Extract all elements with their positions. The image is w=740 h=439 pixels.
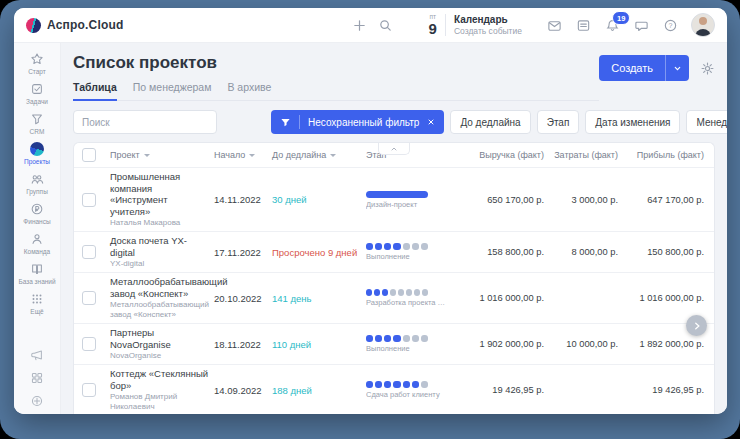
global-search-button[interactable] (378, 17, 394, 33)
sidebar-item-tasks[interactable]: Задачи (15, 78, 59, 108)
sidebar-item-label: Финансы (23, 218, 50, 225)
divider (445, 14, 446, 36)
stage-segment (403, 335, 410, 342)
row-checkbox[interactable] (82, 291, 96, 305)
revenue-cell: 1 902 000,00 р. (464, 339, 544, 349)
sidebar-item-start[interactable]: Старт (15, 48, 59, 78)
sidebar: СтартЗадачиCRMПроектыГруппыФинансыКоманд… (14, 43, 61, 414)
sidebar-item-label: Команда (24, 248, 50, 255)
table-body: Промышленная компания «Инструмент учител… (74, 167, 714, 414)
column-header[interactable]: До дедлайна (272, 150, 362, 160)
notes-button[interactable] (575, 17, 591, 33)
sort-caret-icon (330, 154, 336, 157)
calendar-widget[interactable]: пт 9 Календарь Создать событие (429, 14, 522, 36)
project-cell: Металлообрабатывающий завод «Конспект»Ме… (110, 276, 210, 320)
tab-table[interactable]: Таблица (73, 81, 117, 101)
plus-icon (352, 17, 368, 33)
filter-deadline[interactable]: До дедлайна (450, 110, 530, 134)
stage-segment (421, 381, 428, 388)
stage-segment (398, 289, 404, 296)
stage-segment (374, 289, 380, 296)
page-actions: Создать (599, 55, 715, 81)
table-row[interactable]: Промышленная компания «Инструмент учител… (74, 167, 714, 231)
row-checkbox[interactable] (82, 337, 96, 351)
topbar-icons: 19 ? (546, 13, 715, 37)
create-dropdown[interactable] (665, 55, 689, 81)
page-settings-button[interactable] (699, 60, 715, 76)
sidebar-item-finance[interactable]: Финансы (15, 198, 59, 228)
row-checkbox[interactable] (82, 193, 96, 207)
column-header[interactable]: Начало (214, 150, 268, 160)
start-date: 17.11.2022 (214, 247, 268, 258)
profit-cell: 150 800,00 р. (622, 247, 704, 257)
stage-label: Разработка проекта 1 в... (366, 298, 448, 307)
row-checkbox[interactable] (82, 245, 96, 259)
apps-icon[interactable] (30, 371, 44, 385)
notifications-button[interactable]: 19 (604, 17, 620, 33)
stage-cell: Сдача работ клиенту (366, 381, 460, 399)
logo[interactable]: Аспро.Cloud (26, 18, 124, 33)
more-icon (30, 292, 44, 306)
sidebar-item-team[interactable]: Команда (15, 228, 59, 258)
sidebar-items: СтартЗадачиCRMПроектыГруппыФинансыКоманд… (15, 48, 59, 318)
collapse-table-button[interactable] (378, 143, 410, 155)
sidebar-bottom-icons (30, 348, 44, 408)
create-button[interactable]: Создать (599, 55, 689, 81)
tab-managers[interactable]: По менеджерам (133, 81, 212, 101)
stage-bar (366, 191, 428, 198)
table-row[interactable]: Коттедж «Стеклянный бор»Романов Дмитрий … (74, 364, 714, 414)
stage-label: Дизайн-проект (366, 200, 448, 209)
stage-bar (366, 243, 428, 250)
tab-archive[interactable]: В архиве (227, 81, 271, 101)
chip-close-icon[interactable] (427, 118, 435, 126)
stage-segment (412, 243, 419, 250)
projects-icon (30, 142, 44, 156)
header-checkbox[interactable] (82, 148, 96, 162)
user-avatar[interactable] (691, 13, 715, 37)
search-input[interactable] (73, 110, 217, 134)
deadline: 30 дней (272, 194, 362, 205)
help-icon: ? (663, 18, 678, 33)
funnel-icon (280, 117, 291, 128)
table-row[interactable]: Доска почета YX-digitalYX-digital17.11.2… (74, 231, 714, 272)
scroll-right-button[interactable] (686, 315, 707, 336)
filter-modified-date[interactable]: Дата изменения (585, 110, 680, 134)
costs-cell: 8 000,00 р. (548, 247, 618, 257)
row-checkbox[interactable] (82, 383, 96, 397)
filter-manager[interactable]: Менеджер (686, 110, 727, 134)
sidebar-item-knowledge[interactable]: База знаний (15, 258, 59, 288)
integrations-icon[interactable] (30, 394, 44, 408)
help-button[interactable]: ? (662, 17, 678, 33)
sidebar-item-more[interactable]: Ещё (15, 288, 59, 318)
table-row[interactable]: Партнеры NovaOrganiseNovaOrganise18.11.2… (74, 323, 714, 364)
sidebar-item-projects[interactable]: Проекты (15, 138, 59, 168)
filter-stage[interactable]: Этап (537, 110, 580, 134)
project-subtitle: YX-digital (110, 259, 210, 269)
sidebar-item-crm[interactable]: CRM (15, 108, 59, 138)
mail-button[interactable] (546, 17, 562, 33)
table-row[interactable]: Металлообрабатывающий завод «Конспект»Ме… (74, 272, 714, 323)
stage-segment (384, 335, 391, 342)
project-cell: Промышленная компания «Инструмент учител… (110, 171, 210, 228)
background-frame: Аспро.Cloud пт 9 Календарь (0, 0, 740, 439)
calendar-create-event[interactable]: Создать событие (454, 26, 522, 36)
profit-cell: 1 892 000,00 р. (622, 339, 704, 349)
chat-button[interactable] (633, 17, 649, 33)
promo-icon[interactable] (30, 348, 44, 362)
sidebar-item-groups[interactable]: Группы (15, 168, 59, 198)
stage-segment (403, 243, 410, 250)
calendar-title: Календарь (454, 14, 522, 26)
calendar-text: Календарь Создать событие (454, 14, 522, 36)
filter-chip[interactable]: Несохраненный фильтр (271, 110, 444, 134)
note-icon (576, 18, 591, 33)
project-title: Промышленная компания «Инструмент учител… (110, 171, 210, 217)
column-header[interactable]: Проект (110, 150, 210, 160)
sidebar-item-label: Старт (28, 68, 46, 75)
app-body: СтартЗадачиCRMПроектыГруппыФинансыКоманд… (14, 43, 727, 414)
main-content: Список проектов ТаблицаПо менеджерамВ ар… (61, 43, 727, 414)
costs-cell: 10 000,00 р. (548, 339, 618, 349)
project-title: Доска почета YX-digital (110, 235, 210, 258)
chevron-right-icon (692, 321, 702, 331)
deadline: 141 день (272, 293, 362, 304)
quick-add-button[interactable] (352, 17, 368, 33)
